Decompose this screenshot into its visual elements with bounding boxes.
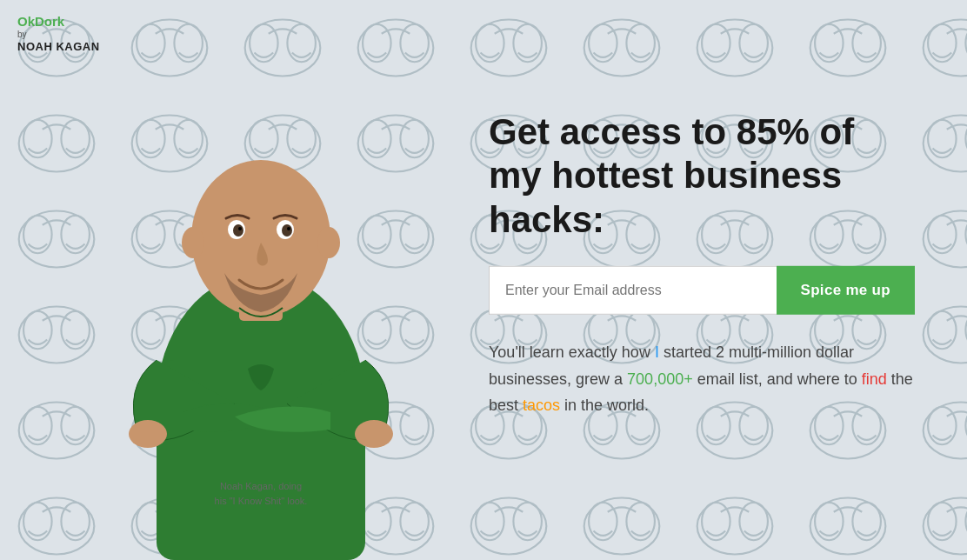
highlight-email: 700,000+ — [627, 370, 693, 388]
svg-point-4 — [182, 227, 204, 258]
svg-point-9 — [282, 224, 292, 237]
highlight-find: find — [862, 370, 887, 388]
email-form: Spice me up — [489, 266, 915, 315]
svg-point-3 — [191, 160, 330, 317]
svg-point-8 — [233, 224, 243, 237]
caption-line2: his "I Know Shit" look. — [215, 496, 308, 506]
svg-point-11 — [287, 227, 290, 230]
headline-line2: my hottest business hacks: — [489, 155, 842, 239]
content-area: Get access to 85% of my hottest business… — [489, 110, 915, 419]
email-input[interactable] — [489, 266, 777, 315]
logo: OkDork by NOAH KAGAN — [17, 14, 100, 54]
svg-point-5 — [317, 227, 340, 258]
caption-line1: Noah Kagan, doing — [220, 481, 302, 491]
person-caption: Noah Kagan, doing his "I Know Shit" look… — [215, 479, 308, 508]
svg-point-10 — [238, 227, 242, 230]
logo-okdork: OkDork — [17, 14, 100, 30]
highlight-tacos: tacos — [523, 397, 560, 414]
svg-point-12 — [129, 420, 167, 448]
headline-line1: Get access to 85% of — [489, 111, 854, 152]
logo-by: by — [17, 30, 100, 40]
spice-button[interactable]: Spice me up — [777, 266, 915, 315]
person-area: Noah Kagan, doing his "I Know Shit" look… — [78, 30, 443, 560]
highlight-i: I — [655, 343, 659, 361]
description: You'll learn exactly how I started 2 mul… — [489, 339, 915, 419]
headline: Get access to 85% of my hottest business… — [489, 110, 915, 242]
svg-point-13 — [355, 420, 393, 448]
logo-name: NOAH KAGAN — [17, 40, 100, 54]
